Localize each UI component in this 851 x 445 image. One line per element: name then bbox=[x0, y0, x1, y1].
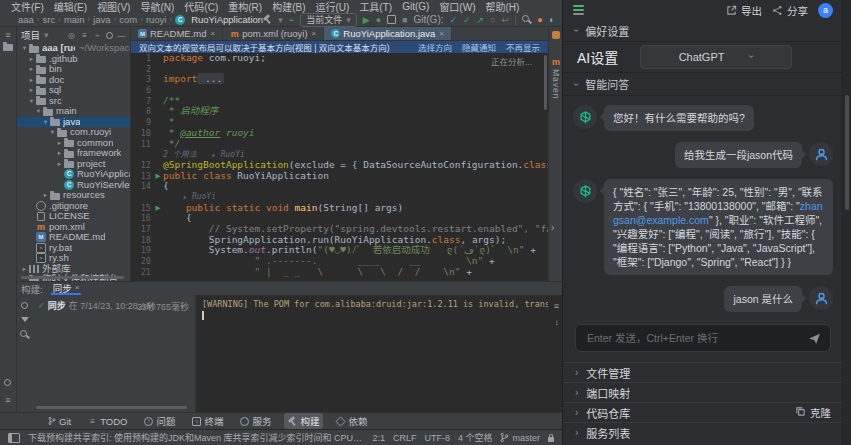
preferences-section-header[interactable]: › 偏好设置 bbox=[563, 20, 843, 42]
menu-item[interactable]: Git(G) bbox=[397, 1, 434, 12]
build-console[interactable]: [WARNING] The POM for com.alibaba:druid:… bbox=[195, 295, 562, 412]
project-hscrollbar[interactable] bbox=[21, 276, 124, 279]
tree-expanded-arrow[interactable]: ▾ bbox=[41, 117, 50, 127]
tree-collapsed-arrow[interactable]: ▸ bbox=[20, 264, 29, 274]
search-everywhere-icon[interactable] bbox=[522, 15, 531, 24]
toolwindow-button-terminal[interactable]: ›终端 bbox=[188, 413, 227, 429]
close-icon[interactable]: × bbox=[210, 29, 215, 38]
tree-collapsed-arrow[interactable]: ▸ bbox=[27, 54, 36, 64]
layout-icon[interactable] bbox=[8, 433, 20, 443]
editor-tab[interactable]: mpom.xml (ruoyi)× bbox=[223, 27, 324, 40]
tree-row[interactable]: LICENSE bbox=[17, 211, 130, 222]
chat-input[interactable] bbox=[585, 331, 802, 345]
git-update-icon[interactable]: ✓ bbox=[450, 15, 458, 25]
toolwindow-button-services[interactable]: 服务 bbox=[236, 413, 275, 429]
editor-tab[interactable]: MREADME.md× bbox=[131, 27, 223, 40]
tree-row[interactable]: MREADME.md bbox=[17, 232, 130, 243]
chat-bubble[interactable]: { "姓名": "张三", "年龄": 25, "性别": "男", "联系方式… bbox=[604, 179, 833, 275]
toolwindow-button-deps[interactable]: 依赖 bbox=[332, 413, 371, 429]
breadcrumb-item[interactable]: main bbox=[64, 14, 85, 25]
rerun-icon[interactable] bbox=[21, 302, 28, 309]
tree-row[interactable]: .gitignore bbox=[17, 201, 130, 212]
section-file-management[interactable]: ›文件管理 bbox=[563, 362, 843, 382]
ai-menu-icon[interactable] bbox=[573, 5, 584, 15]
chevron-down-icon[interactable]: ▾ bbox=[44, 30, 49, 40]
tree-collapsed-arrow[interactable]: ▸ bbox=[55, 148, 64, 158]
breadcrumb-item[interactable]: com bbox=[119, 14, 137, 25]
project-toolwindow-icon[interactable] bbox=[3, 44, 13, 54]
collapse-all-icon[interactable]: ÷ bbox=[93, 31, 102, 40]
search-icon[interactable] bbox=[20, 330, 29, 339]
filter-icon[interactable] bbox=[21, 317, 29, 322]
tree-row[interactable]: ▸project bbox=[17, 159, 130, 170]
hide-panel-icon[interactable]: — bbox=[117, 31, 126, 40]
tree-row[interactable]: ▸bin bbox=[17, 64, 130, 75]
indent-setting[interactable]: 4 个空格 bbox=[458, 431, 493, 444]
history-icon[interactable]: ○ bbox=[490, 15, 495, 25]
git-commit-icon[interactable]: ✓ bbox=[463, 15, 471, 25]
tree-row[interactable]: ▾java bbox=[17, 117, 130, 128]
menu-item[interactable]: 编辑(E) bbox=[49, 0, 92, 14]
git-branch-widget[interactable]: master bbox=[500, 432, 540, 443]
gear-icon[interactable] bbox=[106, 32, 113, 39]
expand-all-icon[interactable]: ≡ bbox=[80, 31, 89, 40]
tree-row[interactable]: ▾src bbox=[17, 96, 130, 107]
build-sync-tab[interactable]: 同步 × bbox=[51, 282, 82, 295]
tree-collapsed-arrow[interactable]: ▸ bbox=[27, 64, 36, 74]
editor-tab[interactable]: CRuoYiApplication.java× bbox=[324, 27, 452, 40]
build-dropdown-icon[interactable]: ▾ bbox=[278, 15, 283, 25]
tree-row[interactable]: ▸sql bbox=[17, 85, 130, 96]
tree-row[interactable]: CRuoYiServletInitiali bbox=[17, 180, 130, 191]
close-icon[interactable]: × bbox=[312, 29, 317, 38]
close-icon[interactable]: × bbox=[439, 29, 444, 38]
tree-expanded-arrow[interactable]: ▾ bbox=[27, 96, 36, 106]
menu-item[interactable]: 代码(C) bbox=[179, 0, 223, 14]
tree-row[interactable]: >ry.sh bbox=[17, 253, 130, 264]
run-gutter-icon[interactable]: ▶ bbox=[153, 203, 163, 214]
tree-collapsed-arrow[interactable]: ▸ bbox=[55, 159, 64, 169]
tree-row[interactable]: >ry.bat bbox=[17, 243, 130, 254]
section-code-repository[interactable]: ›代码仓库克隆 bbox=[563, 402, 843, 422]
expand-panel-chevron-icon[interactable]: › bbox=[551, 222, 554, 233]
tree-row[interactable]: mpom.xml bbox=[17, 222, 130, 233]
toolwindow-button-problems[interactable]: !问题 bbox=[140, 413, 179, 429]
tree-row[interactable]: ▸doc bbox=[17, 75, 130, 86]
menu-item[interactable]: 视图(V) bbox=[92, 0, 135, 14]
status-message[interactable]: 下载预构建共享索引: 使用预构建的JDK和Maven 库共享索引减少索引时间和 … bbox=[28, 431, 364, 444]
menu-item[interactable]: 文件(F) bbox=[6, 0, 49, 14]
toolwindow-button-git[interactable]: Git bbox=[44, 415, 75, 428]
tree-collapsed-arrow[interactable]: ▸ bbox=[55, 138, 64, 148]
build-hscrollbar[interactable] bbox=[36, 406, 187, 409]
scroll-to-end-icon[interactable]: ↓ bbox=[555, 317, 560, 327]
run-config-select[interactable]: 当前文件 ▾ bbox=[300, 13, 357, 27]
breadcrumb-item[interactable]: aaa bbox=[18, 14, 34, 25]
clone-button[interactable]: 克隆 bbox=[795, 405, 831, 420]
ai-panel-scrollbar[interactable] bbox=[842, 0, 851, 445]
chat-bubble[interactable]: 您好！有什么需要帮助的吗? bbox=[604, 105, 754, 131]
close-icon[interactable]: × bbox=[75, 283, 80, 292]
run-button[interactable]: ▶ bbox=[363, 15, 370, 25]
breadcrumb-item-class[interactable]: RuoYiApplication bbox=[191, 14, 263, 25]
model-select[interactable]: ChatGPT › bbox=[640, 45, 792, 69]
tree-row[interactable]: ▸resources bbox=[17, 190, 130, 201]
tree-expanded-arrow[interactable]: ▾ bbox=[20, 43, 29, 53]
main-menu-icon[interactable]: ≡ bbox=[3, 30, 13, 40]
banner-link-choose-direction[interactable]: 选择方向 bbox=[418, 41, 452, 53]
caret-position[interactable]: 2:1 bbox=[372, 433, 385, 443]
tree-row[interactable]: ▾main bbox=[17, 106, 130, 117]
file-encoding[interactable]: UTF-8 bbox=[424, 433, 450, 443]
project-panel-title[interactable]: 项目 bbox=[21, 28, 40, 42]
tree-expanded-arrow[interactable]: ▾ bbox=[48, 127, 57, 137]
soft-wrap-icon[interactable]: ≡ bbox=[554, 301, 559, 311]
tree-collapsed-arrow[interactable]: ▸ bbox=[41, 190, 50, 200]
structure-toolwindow-icon[interactable]: ≡ bbox=[3, 395, 13, 405]
breadcrumb-item[interactable]: src bbox=[43, 14, 56, 25]
line-separator[interactable]: CRLF bbox=[393, 433, 417, 443]
notifications-badge-icon[interactable]: ● bbox=[537, 15, 542, 25]
qa-section-header[interactable]: › 智能问答 bbox=[563, 72, 843, 96]
notifications-icon[interactable] bbox=[552, 31, 560, 39]
tree-row[interactable]: ▾aaa [ruoyi]~/Workspace/aaa bbox=[17, 43, 130, 54]
locate-file-icon[interactable]: ◎ bbox=[67, 31, 76, 40]
toolwindow-button-todo[interactable]: ≡TODO bbox=[84, 415, 131, 428]
build-project-icon[interactable] bbox=[263, 15, 272, 24]
